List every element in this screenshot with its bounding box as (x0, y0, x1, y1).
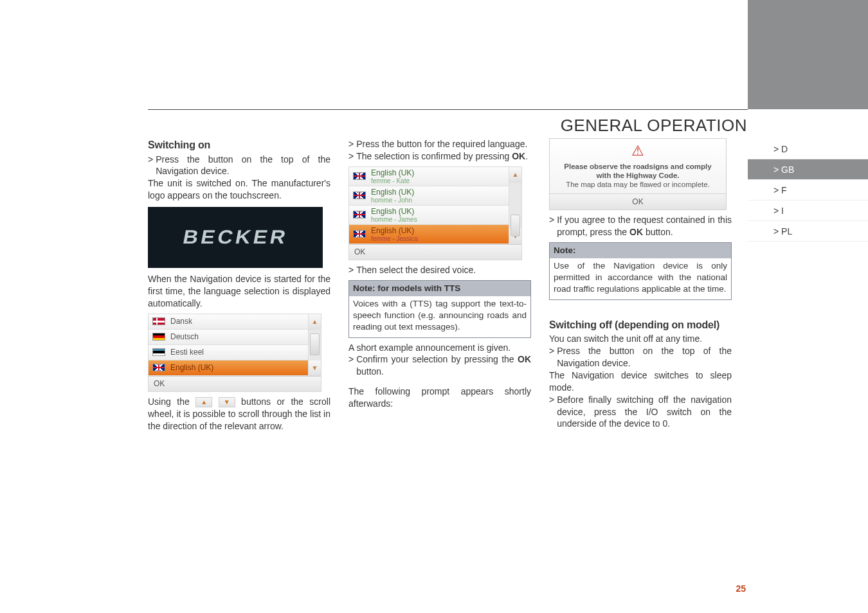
becker-wordmark: BECKER (181, 224, 290, 251)
step-select-voice: > Then select the desired voice. (348, 264, 531, 276)
side-nav: > D > GB > F > I > PL (748, 139, 868, 242)
text-part: . (525, 151, 528, 161)
lang-label: Eesti keel (170, 347, 204, 357)
ok-bold: OK (512, 151, 525, 161)
flag-de-icon (152, 333, 165, 341)
text-part: The selection is confirmed by pressing (356, 151, 512, 161)
list-item-selected[interactable]: English (UK) (149, 360, 308, 376)
bullet-gt: > (549, 345, 557, 369)
flag-ee-icon (152, 348, 165, 356)
header-rule (148, 109, 748, 110)
text-part: Confirm your selection by pressing the (356, 354, 518, 364)
prompt-ok-button[interactable]: OK (550, 193, 726, 209)
step-press-language: > Press the button for the required lang… (348, 138, 531, 150)
nav-gb[interactable]: > GB (748, 159, 868, 180)
step-text: Press the button for the required langua… (356, 138, 531, 150)
note-tts: Note: for models with TTS Voices with a … (348, 280, 531, 338)
list-item[interactable]: Eesti keel (149, 345, 308, 360)
list-item-selected[interactable]: English (UK) femme - Jessica (349, 225, 509, 244)
scrollbar-thumb[interactable] (511, 215, 520, 236)
bullet-gt: > (348, 264, 356, 276)
scroll-up-button[interactable]: ▲ (308, 314, 321, 330)
scrollbar-track[interactable] (509, 182, 521, 229)
arrow-down-icon: ▼ (219, 397, 235, 407)
safety-prompt: ⚠ Please observe the roadsigns and compl… (549, 138, 727, 210)
warning-icon: ⚠ (550, 139, 726, 161)
list-item[interactable]: English (UK) femme - Kate (349, 167, 509, 186)
step-agree-press-ok: > If you agree to the request contained … (549, 214, 732, 238)
ok-button[interactable]: OK (349, 244, 521, 260)
voice-sub: homme - John (371, 197, 414, 204)
flag-uk-icon (152, 364, 165, 371)
chevron-icon: >>> (772, 116, 790, 130)
voice-main: English (UK) (371, 207, 414, 216)
scroll-down-button[interactable]: ▼ (308, 360, 321, 376)
text-part: button. (643, 227, 673, 237)
sleep-mode: The Navigation device switches to sleep … (549, 369, 732, 394)
bullet-gt: > (148, 154, 156, 178)
step-text: Then select the desired voice. (356, 264, 531, 276)
lang-label: Deutsch (170, 332, 199, 342)
step-text: Press the button on the top of the Navig… (557, 345, 732, 369)
column-2: > Press the button for the required lang… (348, 138, 531, 432)
step-text: Before finally switching off the navigat… (557, 394, 732, 431)
nav-pl[interactable]: > PL (748, 221, 868, 242)
manufacturer-logo: BECKER (148, 207, 323, 268)
step-io-switch: > Before finally switching off the navig… (549, 394, 732, 431)
text-part: button. (356, 366, 384, 377)
scrollbar-thumb[interactable] (310, 333, 320, 355)
arrow-up-icon: ▲ (195, 397, 212, 407)
scroll-instruction: Using the ▲ ▼ buttons or the scroll whee… (148, 396, 330, 432)
flag-uk-icon (353, 172, 366, 180)
page-number: 25 (736, 583, 746, 594)
step-text: Confirm your selection by pressing the O… (356, 353, 531, 378)
nav-i[interactable]: > I (748, 200, 868, 221)
note-heading: Note: for models with TTS (349, 281, 530, 296)
bullet-gt: > (348, 150, 356, 163)
voice-list: English (UK) femme - Kate English (UK) h… (348, 166, 522, 260)
list-item[interactable]: Dansk (149, 314, 308, 330)
step-text: The selection is confirmed by pressing O… (356, 150, 531, 163)
note-body: Voices with a (TTS) tag support the text… (349, 296, 530, 337)
bullet-gt: > (348, 138, 356, 150)
voice-sub: femme - Kate (371, 178, 414, 184)
note-usage: Note: Use of the Navigation device is on… (549, 242, 732, 300)
step-press-top-button-off: > Press the button on the top of the Nav… (549, 345, 732, 369)
section-title: GENERAL OPERATION (561, 116, 747, 136)
text-part: Using the (148, 396, 195, 407)
voice-main: English (UK) (371, 188, 414, 197)
step-text: If you agree to the request contained in… (557, 214, 732, 238)
list-item[interactable]: English (UK) homme - John (349, 186, 509, 206)
step-press-top-button: > Press the button on the top of the Nav… (148, 154, 330, 178)
voice-main: English (UK) (371, 168, 414, 177)
heading-switching-on: Switching on (148, 138, 330, 152)
prompt-line1: Please observe the roadsigns and comply … (564, 163, 711, 179)
lang-label: English (UK) (170, 362, 213, 373)
list-item[interactable]: English (UK) homme - James (349, 206, 509, 225)
prompt-line2: The map data may be flawed or incomplete… (566, 181, 710, 188)
flag-uk-icon (353, 211, 366, 218)
voice-sub: homme - James (371, 217, 417, 223)
column-1: Switching on > Press the button on the t… (148, 138, 330, 432)
example-announcement: A short example announcement is given. (348, 342, 531, 354)
voice-sub: femme - Jessica (371, 236, 418, 242)
nav-d[interactable]: > D (748, 139, 868, 159)
list-item[interactable]: Deutsch (149, 330, 308, 345)
lang-label: Dansk (170, 316, 192, 326)
step-confirm-selection: > Confirm your selection by pressing the… (348, 353, 531, 378)
step-confirm-ok: > The selection is confirmed by pressing… (348, 150, 531, 163)
ok-bold: OK (629, 227, 643, 237)
scrollbar-track[interactable] (308, 330, 321, 360)
heading-switching-off: Switching off (depending on model) (549, 318, 732, 332)
flag-uk-icon (353, 230, 366, 238)
column-3: ⚠ Please observe the roadsigns and compl… (549, 138, 732, 432)
lang-selection-paragraph: When the Navigation device is started fo… (148, 273, 330, 310)
note-heading: Note: (550, 243, 731, 258)
content-columns: Switching on > Press the button on the t… (148, 138, 732, 432)
flag-uk-icon (353, 191, 366, 199)
bullet-gt: > (549, 214, 557, 238)
nav-f[interactable]: > F (748, 180, 868, 200)
scroll-up-button[interactable]: ▲ (509, 167, 521, 182)
logo-paragraph: The unit is switched on. The manufacture… (148, 177, 330, 202)
ok-button[interactable]: OK (149, 376, 321, 391)
